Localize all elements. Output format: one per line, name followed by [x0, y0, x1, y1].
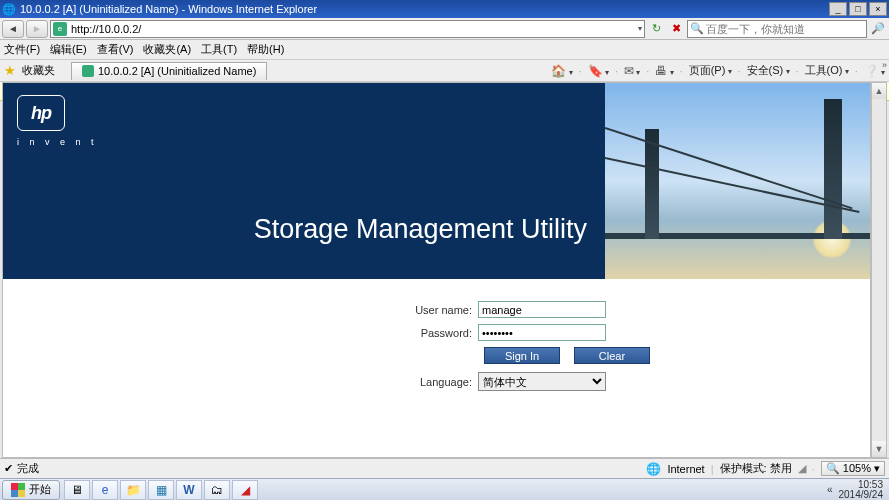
feeds-button[interactable]: 🔖 — [588, 64, 609, 78]
menu-view[interactable]: 查看(V) — [97, 42, 134, 57]
maximize-button[interactable]: □ — [849, 2, 867, 16]
language-label: Language: — [414, 376, 478, 388]
favorites-bar: ★ 收藏夹 10.0.0.2 [A] (Uninitialized Name) … — [0, 60, 889, 82]
mail-button[interactable]: ✉ — [624, 64, 640, 78]
search-input[interactable] — [706, 23, 864, 35]
tab-title: 10.0.0.2 [A] (Uninitialized Name) — [98, 65, 256, 77]
login-form: User name: Password: Sign In Clear Langu… — [414, 301, 734, 397]
scroll-down-button[interactable]: ▼ — [872, 441, 886, 457]
ie-icon: 🌐 — [2, 3, 16, 16]
search-icon: 🔍 — [690, 22, 704, 35]
url-input[interactable] — [71, 23, 634, 35]
clock-date: 2014/9/24 — [839, 490, 884, 500]
quicklaunch-word-icon[interactable]: W — [176, 480, 202, 500]
username-input[interactable] — [478, 301, 606, 318]
clock-time: 10:53 — [839, 480, 884, 490]
bridge-cable — [605, 127, 853, 209]
address-dropdown-icon[interactable]: ▾ — [638, 24, 642, 33]
menu-edit[interactable]: 编辑(E) — [50, 42, 87, 57]
site-favicon-icon: e — [53, 22, 67, 36]
menu-favorites[interactable]: 收藏夹(A) — [143, 42, 191, 57]
status-text: 完成 — [17, 461, 39, 476]
safety-menu[interactable]: 安全(S) — [747, 63, 790, 78]
bridge-cable — [605, 157, 860, 213]
protected-mode-label[interactable]: 保护模式: 禁用 — [720, 461, 792, 476]
quicklaunch-ie-icon[interactable]: e — [92, 480, 118, 500]
tools-menu[interactable]: 工具(O) — [805, 63, 849, 78]
login-area: User name: Password: Sign In Clear Langu… — [3, 279, 870, 397]
toolbar-chevron-icon[interactable]: » — [882, 60, 887, 70]
address-box[interactable]: e ▾ — [50, 20, 645, 38]
password-input[interactable] — [478, 324, 606, 341]
zone-label[interactable]: Internet — [667, 463, 704, 475]
forward-button[interactable]: ► — [26, 20, 48, 38]
address-bar-row: ◄ ► e ▾ ↻ ✖ 🔍 🔎 — [0, 18, 889, 40]
quicklaunch-app1-icon[interactable]: ▦ — [148, 480, 174, 500]
hp-logo-mark-icon: hp — [17, 95, 65, 131]
quicklaunch-app2-icon[interactable]: 🗂 — [204, 480, 230, 500]
banner-left: hp i n v e n t Storage Management Utilit… — [3, 83, 605, 279]
window-title: 10.0.0.2 [A] (Uninitialized Name) - Wind… — [20, 3, 829, 15]
favorites-label[interactable]: 收藏夹 — [22, 63, 55, 78]
quicklaunch-pdf-icon[interactable]: ◢ — [232, 480, 258, 500]
tray-chevron-icon[interactable]: « — [827, 484, 833, 495]
window-titlebar: 🌐 10.0.0.2 [A] (Uninitialized Name) - Wi… — [0, 0, 889, 18]
zone-globe-icon: 🌐 — [646, 462, 661, 476]
taskbar: 开始 🖥 e 📁 ▦ W 🗂 ◢ « 10:53 2014/9/24 — [0, 478, 889, 500]
quicklaunch-explorer-icon[interactable]: 📁 — [120, 480, 146, 500]
zoom-button[interactable]: 🔍 105% ▾ — [821, 461, 885, 476]
clear-button[interactable]: Clear — [574, 347, 650, 364]
stop-button[interactable]: ✖ — [667, 20, 685, 38]
zoom-value: 105% — [843, 462, 871, 474]
menu-bar: 文件(F) 编辑(E) 查看(V) 收藏夹(A) 工具(T) 帮助(H) — [0, 40, 889, 60]
browser-tab[interactable]: 10.0.0.2 [A] (Uninitialized Name) — [71, 62, 267, 80]
refresh-button[interactable]: ↻ — [647, 20, 665, 38]
start-label: 开始 — [29, 482, 51, 497]
home-button[interactable]: 🏠 — [551, 64, 572, 78]
favorites-star-icon[interactable]: ★ — [4, 63, 16, 78]
status-resize-icon[interactable]: ◢ — [798, 462, 806, 475]
minimize-button[interactable]: _ — [829, 2, 847, 16]
search-box[interactable]: 🔍 — [687, 20, 867, 38]
bridge-tower-right — [824, 99, 842, 239]
menu-file[interactable]: 文件(F) — [4, 42, 40, 57]
print-button[interactable]: 🖶 — [655, 64, 673, 78]
back-button[interactable]: ◄ — [2, 20, 24, 38]
system-tray[interactable]: « 10:53 2014/9/24 — [821, 480, 889, 500]
search-go-button[interactable]: 🔎 — [869, 20, 887, 38]
language-select[interactable]: 简体中文 — [478, 372, 606, 391]
scroll-up-button[interactable]: ▲ — [872, 83, 886, 99]
banner-title: Storage Management Utility — [254, 214, 587, 245]
page-menu[interactable]: 页面(P) — [689, 63, 732, 78]
status-done-icon: ✔ — [4, 462, 13, 475]
menu-tools[interactable]: 工具(T) — [201, 42, 237, 57]
menu-help[interactable]: 帮助(H) — [247, 42, 284, 57]
banner-image — [605, 83, 870, 279]
quicklaunch-desktop-icon[interactable]: 🖥 — [64, 480, 90, 500]
clock[interactable]: 10:53 2014/9/24 — [839, 480, 884, 500]
hp-invent-text: i n v e n t — [17, 137, 98, 147]
windows-flag-icon — [11, 483, 25, 497]
start-button[interactable]: 开始 — [2, 480, 60, 500]
tab-favicon-icon — [82, 65, 94, 77]
banner: hp i n v e n t Storage Management Utilit… — [3, 83, 870, 279]
command-bar: 🏠 · 🔖 · ✉ · 🖶 · 页面(P) · 安全(S) · 工具(O) · … — [551, 63, 885, 78]
close-button[interactable]: × — [869, 2, 887, 16]
status-bar: ✔ 完成 🌐 Internet | 保护模式: 禁用 ◢ · 🔍 105% ▾ — [0, 458, 889, 478]
signin-button[interactable]: Sign In — [484, 347, 560, 364]
page-content: hp i n v e n t Storage Management Utilit… — [2, 82, 871, 458]
hp-logo: hp i n v e n t — [17, 95, 98, 147]
password-label: Password: — [414, 327, 478, 339]
vertical-scrollbar[interactable]: ▲ ▼ — [871, 82, 887, 458]
quicklaunch: 🖥 e 📁 ▦ W 🗂 ◢ — [64, 480, 258, 500]
username-label: User name: — [414, 304, 478, 316]
